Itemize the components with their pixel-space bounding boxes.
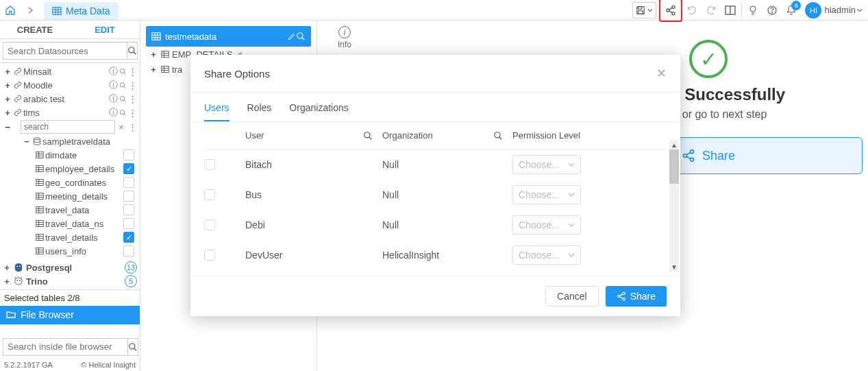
svg-line-93 bbox=[499, 136, 502, 139]
share-button[interactable]: Share bbox=[606, 286, 667, 307]
org-cell: Null bbox=[382, 189, 512, 200]
search-org-icon[interactable] bbox=[493, 131, 503, 141]
col-user-label: User bbox=[245, 130, 264, 141]
user-cell: Debi bbox=[245, 219, 382, 230]
col-org-label: Organization bbox=[382, 130, 433, 141]
tab-users[interactable]: Users bbox=[204, 102, 230, 121]
row-checkbox[interactable] bbox=[204, 189, 215, 200]
user-cell: Bitach bbox=[245, 159, 382, 170]
tab-roles[interactable]: Roles bbox=[247, 102, 272, 121]
svg-point-95 bbox=[617, 295, 620, 298]
cancel-button[interactable]: Cancel bbox=[545, 286, 599, 307]
share-modal: Share Options ✕ Users Roles Organization… bbox=[190, 55, 680, 316]
svg-line-97 bbox=[620, 294, 623, 296]
table-row: DevUser HelicalInsight Choose... bbox=[204, 240, 667, 270]
close-icon[interactable]: ✕ bbox=[656, 66, 667, 81]
svg-point-96 bbox=[622, 298, 625, 300]
col-perm-label: Permission Level bbox=[512, 130, 667, 141]
permission-select[interactable]: Choose... bbox=[512, 246, 581, 265]
modal-title: Share Options bbox=[204, 68, 270, 80]
svg-point-94 bbox=[622, 292, 625, 295]
svg-line-98 bbox=[620, 297, 623, 298]
org-cell: Null bbox=[382, 219, 512, 230]
tab-organizations[interactable]: Organizations bbox=[289, 102, 348, 121]
svg-line-91 bbox=[369, 136, 372, 139]
scroll-thumb[interactable] bbox=[669, 149, 679, 184]
table-row: Bitach Null Choose... bbox=[204, 149, 667, 180]
search-user-icon[interactable] bbox=[363, 131, 373, 141]
permission-select[interactable]: Choose... bbox=[512, 155, 581, 174]
row-checkbox[interactable] bbox=[204, 250, 215, 261]
org-cell: Null bbox=[382, 159, 512, 170]
user-cell: DevUser bbox=[245, 250, 382, 261]
scroll-up-icon[interactable]: ▲ bbox=[669, 140, 679, 149]
row-checkbox[interactable] bbox=[204, 159, 215, 170]
table-row: Bus Null Choose... bbox=[204, 180, 667, 210]
permission-select[interactable]: Choose... bbox=[512, 215, 581, 235]
scrollbar[interactable]: ▲ ▼ bbox=[669, 149, 679, 272]
org-cell: HelicalInsight bbox=[382, 250, 512, 261]
scroll-down-icon[interactable]: ▼ bbox=[669, 262, 679, 272]
table-row: Debi Null Choose... bbox=[204, 210, 667, 240]
permission-select[interactable]: Choose... bbox=[512, 185, 581, 204]
svg-point-92 bbox=[495, 132, 500, 137]
user-cell: Bus bbox=[245, 189, 382, 200]
row-checkbox[interactable] bbox=[204, 219, 215, 230]
svg-point-90 bbox=[364, 132, 370, 137]
table-header: User Organization Permission Level bbox=[204, 122, 667, 149]
